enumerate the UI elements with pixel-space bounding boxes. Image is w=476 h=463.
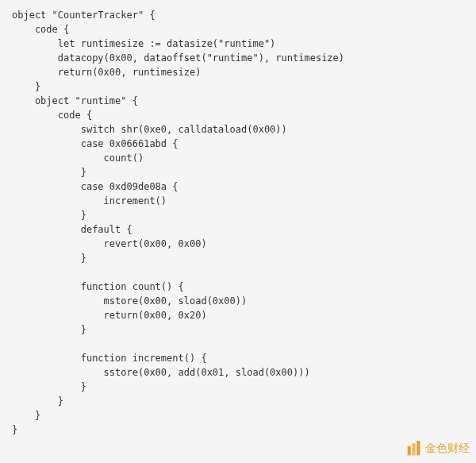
code-block: object "CounterTracker" { code { let run… xyxy=(0,0,476,445)
logo-icon xyxy=(406,441,422,457)
watermark: 金色财经 xyxy=(406,440,470,457)
watermark-label: 金色财经 xyxy=(425,440,470,457)
svg-rect-1 xyxy=(413,443,416,455)
svg-rect-2 xyxy=(416,441,420,455)
svg-rect-0 xyxy=(408,446,411,455)
